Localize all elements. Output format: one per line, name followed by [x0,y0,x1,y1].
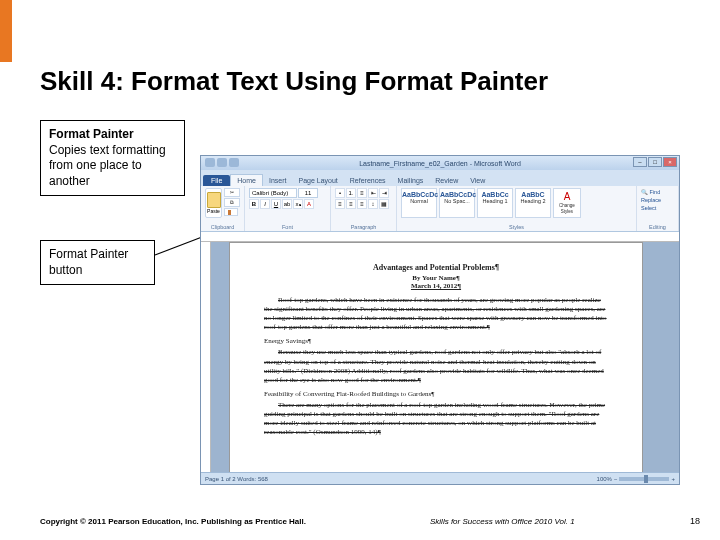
ribbon-group-editing: 🔍 Find Replace Select Editing [637,186,679,231]
window-titlebar: Lastname_Firstname_e02_Garden - Microsof… [201,156,679,170]
qat-save-icon[interactable] [205,158,215,167]
doc-subhead1: Energy Savings¶ [264,337,608,346]
doc-subhead2: Feasibility of Converting Flat-Roofed Bu… [264,390,608,399]
ribbon-tabs: File Home Insert Page Layout References … [201,170,679,186]
italic-button[interactable]: I [260,199,270,209]
shading-button[interactable]: ▦ [379,199,389,209]
minimize-button[interactable]: – [633,157,647,167]
close-button[interactable]: × [663,157,677,167]
styles-label: Styles [397,224,636,230]
format-painter-button[interactable] [224,208,238,216]
zoom-slider[interactable] [619,477,669,481]
zoom-control[interactable]: 100% −+ [597,476,675,482]
tab-references[interactable]: References [344,175,392,186]
copy-button[interactable]: ⧉ [224,198,240,207]
multilevel-button[interactable]: ≡ [357,188,367,198]
doc-date: March 14, 2012¶ [264,282,608,290]
editing-label: Editing [637,224,678,230]
doc-heading: Advantages and Potential Problems¶ [264,263,608,272]
align-center-button[interactable]: ≡ [346,199,356,209]
accent-bar [0,0,12,62]
ribbon-group-clipboard: Paste ✂ ⧉ Clipboard [201,186,245,231]
tab-mailings[interactable]: Mailings [392,175,430,186]
vertical-ruler [201,242,211,472]
window-title: Lastname_Firstname_e02_Garden - Microsof… [359,160,521,167]
font-size-select[interactable]: 11 [298,188,318,198]
horizontal-ruler [201,232,679,242]
align-left-button[interactable]: ≡ [335,199,345,209]
doc-para1: Roof-top gardens, which have been in exi… [264,296,608,332]
change-styles-button[interactable]: AChange Styles [553,188,581,218]
tab-home[interactable]: Home [230,174,263,186]
quick-access-toolbar [205,158,239,167]
indent-dec-button[interactable]: ⇤ [368,188,378,198]
zoom-value: 100% [597,476,612,482]
strike-button[interactable]: ab [282,199,292,209]
qat-undo-icon[interactable] [217,158,227,167]
underline-button[interactable]: U [271,199,281,209]
font-name-select[interactable]: Calibri (Body) [249,188,297,198]
callout-format-painter-desc: Format Painter Copies text formatting fr… [40,120,185,196]
callout1-body: Copies text formatting from one place to… [49,143,166,188]
paste-icon [207,192,221,208]
style-normal[interactable]: AaBbCcDcNormal [401,188,437,218]
line-spacing-button[interactable]: ↕ [368,199,378,209]
tab-page-layout[interactable]: Page Layout [292,175,343,186]
status-left: Page 1 of 2 Words: 568 [205,476,268,482]
tab-insert[interactable]: Insert [263,175,293,186]
tab-view[interactable]: View [464,175,491,186]
document-area[interactable]: Advantages and Potential Problems¶ By Yo… [211,242,679,472]
ribbon-group-paragraph: • 1. ≡ ⇤ ⇥ ≡ ≡ ≡ ↕ ▦ Paragraph [331,186,397,231]
replace-button[interactable]: Replace [641,196,674,204]
maximize-button[interactable]: □ [648,157,662,167]
word-window: Lastname_Firstname_e02_Garden - Microsof… [200,155,680,485]
doc-byline: By Your Name¶ [264,274,608,282]
document-page: Advantages and Potential Problems¶ By Yo… [229,242,643,472]
ribbon: Paste ✂ ⧉ Clipboard Calibri (Body) 11 B … [201,186,679,232]
callout-format-painter-button: Format Painter button [40,240,155,285]
font-label: Font [245,224,330,230]
style-heading2[interactable]: AaBbCHeading 2 [515,188,551,218]
qat-redo-icon[interactable] [229,158,239,167]
copyright-text: Copyright © 2011 Pearson Education, Inc.… [40,517,306,526]
window-controls: – □ × [633,157,677,167]
tab-file[interactable]: File [203,175,230,186]
style-nospacing[interactable]: AaBbCcDcNo Spac... [439,188,475,218]
footer-text: Skills for Success with Office 2010 Vol.… [430,517,575,526]
paste-label: Paste [207,208,220,214]
status-bar: Page 1 of 2 Words: 568 100% −+ [201,472,679,484]
doc-para2: Because they use much less space than ty… [264,348,608,384]
clipboard-label: Clipboard [201,224,244,230]
paragraph-label: Paragraph [331,224,396,230]
tab-review[interactable]: Review [429,175,464,186]
slide-number: 18 [690,516,700,526]
ribbon-group-styles: AaBbCcDcNormal AaBbCcDcNo Spac... AaBbCc… [397,186,637,231]
callout1-title: Format Painter [49,127,134,141]
find-button[interactable]: 🔍 Find [641,188,674,196]
bold-button[interactable]: B [249,199,259,209]
slide-title: Skill 4: Format Text Using Format Painte… [40,66,548,97]
numbering-button[interactable]: 1. [346,188,356,198]
ribbon-group-font: Calibri (Body) 11 B I U ab x₂ A Font [245,186,331,231]
bullets-button[interactable]: • [335,188,345,198]
doc-para3: There are many options for the placement… [264,401,608,437]
subscript-button[interactable]: x₂ [293,199,303,209]
indent-inc-button[interactable]: ⇥ [379,188,389,198]
text-color-button[interactable]: A [304,199,314,209]
style-heading1[interactable]: AaBbCcHeading 1 [477,188,513,218]
cut-button[interactable]: ✂ [224,188,240,197]
align-right-button[interactable]: ≡ [357,199,367,209]
paste-button[interactable]: Paste [205,188,222,218]
select-button[interactable]: Select [641,204,674,212]
